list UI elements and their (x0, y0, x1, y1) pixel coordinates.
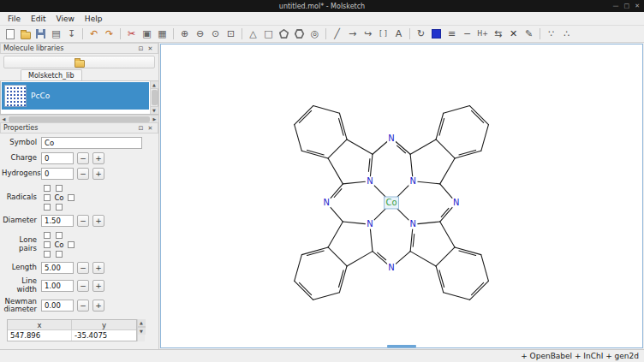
charge-increment-button[interactable]: + (92, 152, 104, 164)
nitrogen-atom-label[interactable]: N (388, 134, 394, 143)
length-field[interactable] (41, 262, 74, 274)
nitrogen-atom-label[interactable]: N (324, 198, 330, 207)
float-panel-icon[interactable]: ⊡ (136, 45, 146, 52)
scroll-down-icon[interactable]: ▼ (151, 106, 158, 114)
export-image-button[interactable]: ↧ (64, 27, 79, 41)
rotate-tool[interactable]: ↻ (414, 27, 428, 41)
hydrogen-add-button[interactable]: H+ (475, 27, 490, 41)
canvas-hscroll-thumb[interactable] (387, 345, 416, 347)
nitrogen-atom-label[interactable]: N (367, 176, 373, 186)
radical-checkbox[interactable] (44, 204, 51, 211)
tab-molsketch-lib[interactable]: Molsketch_lib (21, 69, 82, 80)
ring-hexagon-button[interactable] (292, 27, 307, 41)
diameter-decrement-button[interactable]: − (77, 215, 89, 227)
newman-diameter-field[interactable] (41, 300, 74, 312)
menu-edit[interactable]: Edit (26, 14, 51, 24)
reaction-arrow-tool[interactable]: → (345, 27, 360, 41)
ring-pentagon-button[interactable] (277, 27, 291, 41)
minimize-icon[interactable]: — (613, 3, 619, 9)
zoom-fit-button[interactable]: ⊡ (224, 27, 238, 41)
molecule-svg[interactable]: NNNNNNNNCo (161, 45, 642, 347)
cobalt-atom-label[interactable]: Co (386, 198, 397, 207)
newman-increment-button[interactable]: + (92, 300, 104, 312)
lone-pair-checkbox[interactable] (68, 241, 75, 248)
scroll-up-icon[interactable]: ▲ (151, 81, 158, 89)
mechanism-arrow-tool[interactable]: ↪ (361, 27, 375, 41)
color-picker-button[interactable] (429, 27, 444, 41)
coordinate-y-value[interactable]: -35.4075 (72, 330, 136, 341)
lone-pair-checkbox[interactable] (44, 241, 51, 248)
hydrogens-field[interactable] (41, 168, 74, 180)
maximize-icon[interactable]: □ (624, 3, 630, 9)
radical-checkbox[interactable] (56, 204, 63, 211)
undo-button[interactable]: ↶ (86, 27, 101, 41)
open-library-button[interactable] (3, 56, 155, 68)
lone-pair-checkbox[interactable] (44, 251, 51, 258)
ring-square-button[interactable]: □ (261, 27, 276, 41)
pencil-tool[interactable]: ✎ (522, 27, 536, 41)
nitrogen-atom-label[interactable]: N (388, 263, 394, 272)
charge-minus-button[interactable]: − (460, 27, 474, 41)
library-vertical-scrollbar[interactable]: ▲ ▼ (150, 81, 158, 114)
menu-file[interactable]: File (3, 14, 26, 24)
line-width-decrement-button[interactable]: − (77, 280, 89, 292)
diameter-increment-button[interactable]: + (92, 215, 104, 227)
nitrogen-atom-label[interactable]: N (410, 176, 416, 186)
zoom-reset-button[interactable]: ⊙ (208, 27, 223, 41)
cut-button[interactable]: ✂ (124, 27, 139, 41)
flip-tool[interactable]: ⇆ (491, 27, 505, 41)
radical-tool[interactable]: ∴ (559, 27, 574, 41)
bracket-tool[interactable]: [ ] (376, 27, 391, 41)
nitrogen-atom-label[interactable]: N (367, 219, 373, 228)
float-panel-icon[interactable]: ⊡ (136, 125, 146, 132)
symbol-field[interactable] (41, 137, 142, 149)
save-button[interactable] (33, 27, 48, 41)
radical-checkbox[interactable] (44, 185, 51, 192)
radical-checkbox[interactable] (56, 185, 63, 192)
scroll-down-icon[interactable]: ▼ (138, 327, 146, 335)
close-panel-icon[interactable]: ✕ (146, 45, 155, 52)
line-width-field[interactable] (41, 280, 74, 292)
new-file-button[interactable] (3, 27, 17, 41)
drawing-canvas[interactable]: NNNNNNNNCo (160, 44, 643, 348)
nitrogen-atom-label[interactable]: N (410, 219, 416, 228)
draw-tool[interactable]: ╱ (330, 27, 344, 41)
copy-button[interactable]: ▣ (140, 27, 154, 41)
print-button[interactable]: ▤ (49, 27, 63, 41)
length-decrement-button[interactable]: − (77, 262, 89, 274)
coordinate-x-value[interactable]: 547.896 (8, 330, 72, 341)
lone-pair-checkbox[interactable] (44, 232, 51, 239)
charge-decrement-button[interactable]: − (77, 152, 89, 164)
ring-triangle-button[interactable]: △ (246, 27, 260, 41)
line-width-select[interactable]: ≡ (444, 27, 459, 41)
ring-benzene-button[interactable]: ◎ (307, 27, 322, 41)
nitrogen-atom-label[interactable]: N (453, 198, 459, 207)
radical-checkbox[interactable] (68, 194, 75, 201)
close-panel-icon[interactable]: ✕ (146, 125, 155, 132)
length-increment-button[interactable]: + (92, 262, 104, 274)
scrollbar-thumb[interactable] (9, 116, 150, 122)
lone-pair-tool[interactable]: ∵ (544, 27, 558, 41)
scrollbar-thumb[interactable] (152, 90, 158, 105)
delete-tool[interactable]: ✕ (506, 27, 521, 41)
radical-checkbox[interactable] (44, 194, 51, 201)
hydrogens-decrement-button[interactable]: − (77, 168, 89, 180)
menu-help[interactable]: Help (80, 14, 108, 24)
library-item-pcco[interactable]: PcCo (2, 82, 149, 110)
coordinates-scrollbar[interactable]: ▲ ▼ (137, 319, 145, 341)
scroll-up-icon[interactable]: ▲ (138, 319, 146, 327)
open-file-button[interactable] (18, 27, 33, 41)
line-width-increment-button[interactable]: + (92, 280, 104, 292)
title-bar[interactable]: untitled.mol* - Molsketch — □ ✕ (0, 0, 644, 12)
hydrogens-increment-button[interactable]: + (92, 168, 104, 180)
paste-button[interactable]: ▦ (155, 27, 170, 41)
lone-pair-checkbox[interactable] (56, 232, 63, 239)
charge-field[interactable] (41, 152, 74, 164)
library-horizontal-scrollbar[interactable]: ◀ ▶ (0, 115, 158, 122)
zoom-in-button[interactable]: ⊕ (177, 27, 192, 41)
diameter-field[interactable] (41, 215, 74, 227)
newman-decrement-button[interactable]: − (77, 300, 89, 312)
close-icon[interactable]: ✕ (635, 3, 640, 9)
text-tool[interactable]: A (391, 27, 406, 41)
lone-pair-checkbox[interactable] (56, 251, 63, 258)
